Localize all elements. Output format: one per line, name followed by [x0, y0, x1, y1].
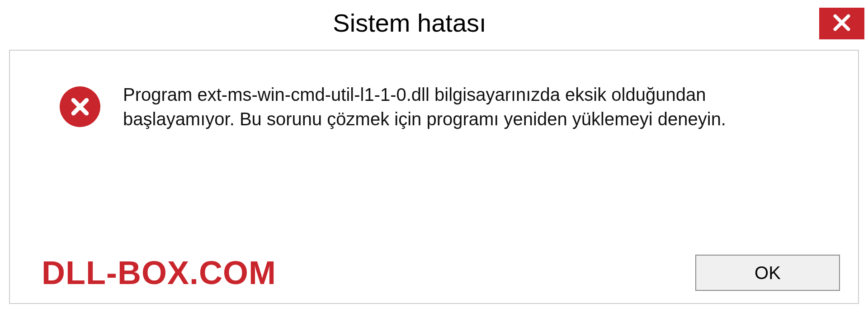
message-row: Program ext-ms-win-cmd-util-l1-1-0.dll b… [10, 51, 858, 131]
close-button[interactable] [819, 8, 864, 39]
close-icon [832, 13, 852, 34]
ok-button[interactable]: OK [695, 255, 840, 291]
content-area: Program ext-ms-win-cmd-util-l1-1-0.dll b… [9, 50, 859, 304]
footer-row: DLL-BOX.COM OK [10, 254, 858, 291]
brand-watermark: DLL-BOX.COM [42, 254, 276, 291]
dialog-container: Sistem hatası Program ext-ms-win-cmd-uti… [0, 0, 868, 313]
error-message: Program ext-ms-win-cmd-util-l1-1-0.dll b… [123, 82, 801, 131]
dialog-title: Sistem hatası [0, 8, 819, 38]
title-bar: Sistem hatası [0, 0, 868, 45]
error-icon [60, 86, 100, 127]
